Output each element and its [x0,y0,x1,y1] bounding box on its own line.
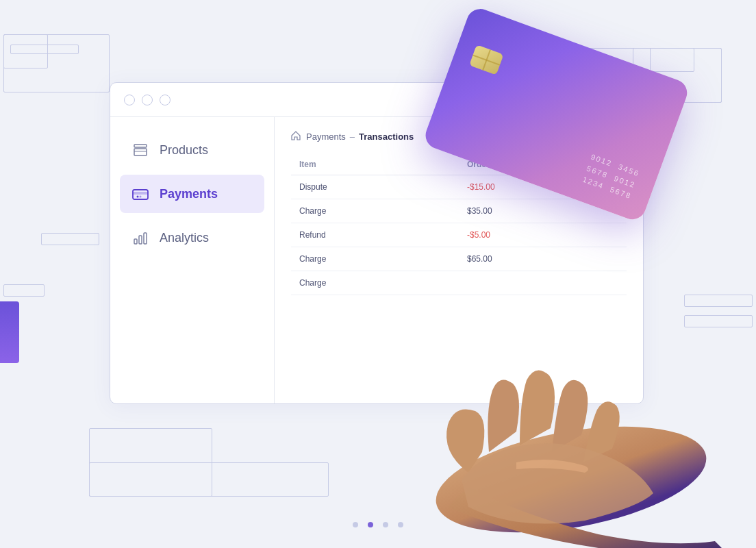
scene: + Products [0,0,756,548]
svg-point-5 [137,196,139,198]
analytics-label: Analytics [160,231,209,245]
pagination-dot-2[interactable] [368,522,373,527]
svg-rect-4 [133,192,148,195]
breadcrumb-current: Transactions [359,132,414,142]
sidebar-item-payments[interactable]: Payments [120,175,264,213]
svg-point-6 [140,196,142,198]
breadcrumb-parent: Payments [306,132,346,142]
svg-rect-0 [134,145,147,147]
sidebar-item-analytics[interactable]: Analytics [120,219,264,257]
cell-item: Dispute [291,175,459,199]
dot-green [160,95,171,105]
hand-illustration [379,219,722,548]
sidebar: Products Payments [110,117,275,403]
analytics-icon [131,228,150,247]
svg-rect-1 [134,149,147,155]
svg-rect-9 [144,233,147,244]
card-number-display: 9012 3456 5678 9012 1234 5678 [581,151,642,203]
dot-red [124,95,135,105]
svg-rect-8 [139,236,142,244]
pagination-dot-1[interactable] [353,522,358,527]
browser-dots [124,95,171,105]
home-icon [291,131,302,142]
card-chip [469,45,503,75]
products-label: Products [160,143,208,158]
svg-rect-7 [134,239,137,244]
col-item: Item [291,154,459,175]
payments-icon [131,184,150,203]
breadcrumb-separator: – [350,132,355,142]
payments-label: Payments [160,187,218,201]
sidebar-item-products[interactable]: Products [120,131,264,169]
dot-yellow [142,95,153,105]
products-icon [131,140,150,160]
accent-bar [0,301,19,363]
